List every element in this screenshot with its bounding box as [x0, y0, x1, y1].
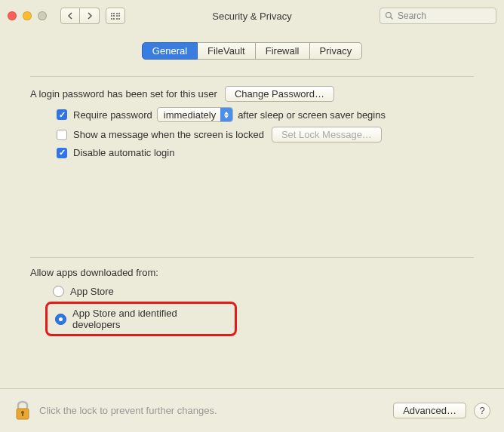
highlight-box: App Store and identified developers	[45, 302, 237, 336]
radio-identified-row: App Store and identified developers	[55, 308, 227, 330]
nav-arrows	[60, 8, 100, 24]
disable-autologin-row: Disable automatic login	[57, 147, 474, 158]
require-password-row: Require password immediately after sleep…	[57, 107, 474, 122]
disable-autologin-checkbox[interactable]	[57, 148, 67, 158]
download-section: Allow apps downloaded from: App Store Ap…	[0, 257, 504, 336]
disable-autologin-label: Disable automatic login	[73, 147, 174, 158]
show-message-checkbox[interactable]	[57, 130, 67, 140]
require-timing-select[interactable]: immediately	[157, 107, 233, 122]
titlebar: Security & Privacy	[0, 0, 504, 32]
svg-line-1	[391, 17, 393, 20]
tab-general[interactable]: General	[142, 42, 198, 60]
tab-privacy[interactable]: Privacy	[310, 42, 363, 60]
lock-icon[interactable]	[14, 400, 32, 422]
require-password-label: Require password	[73, 109, 152, 121]
grid-icon	[111, 13, 121, 20]
show-message-label: Show a message when the screen is locked	[73, 129, 264, 140]
show-message-row: Show a message when the screen is locked…	[57, 127, 474, 142]
radio-identified[interactable]	[55, 314, 66, 325]
divider	[30, 76, 474, 77]
radio-appstore-row: App Store	[53, 286, 474, 297]
radio-appstore[interactable]	[53, 286, 64, 297]
tab-group: General FileVault Firewall Privacy	[0, 42, 504, 60]
select-arrows-icon	[220, 107, 232, 122]
back-button[interactable]	[60, 8, 80, 24]
lock-text: Click the lock to prevent further change…	[39, 405, 217, 416]
general-pane: A login password has been set for this u…	[0, 60, 504, 170]
require-timing-value: immediately	[164, 109, 216, 121]
search-input[interactable]	[398, 11, 491, 21]
help-button[interactable]: ?	[474, 403, 490, 419]
download-heading: Allow apps downloaded from:	[30, 267, 474, 278]
set-lock-message-button: Set Lock Message…	[272, 127, 382, 142]
divider	[30, 257, 474, 258]
search-field-wrap[interactable]	[380, 8, 496, 24]
chevron-left-icon	[67, 12, 73, 20]
advanced-button[interactable]: Advanced…	[393, 403, 466, 418]
chevron-right-icon	[87, 12, 93, 20]
change-password-button[interactable]: Change Password…	[225, 86, 334, 102]
radio-appstore-label: App Store	[70, 286, 114, 297]
footer: Click the lock to prevent further change…	[0, 388, 504, 432]
close-window-button[interactable]	[8, 11, 17, 20]
minimize-window-button[interactable]	[23, 11, 32, 20]
require-password-checkbox[interactable]	[57, 109, 67, 120]
require-after-text: after sleep or screen saver begins	[238, 109, 386, 121]
show-all-button[interactable]	[106, 8, 125, 24]
lock-area: Click the lock to prevent further change…	[14, 400, 217, 422]
svg-point-0	[386, 13, 392, 18]
tab-firewall[interactable]: Firewall	[256, 42, 310, 60]
svg-rect-4	[22, 413, 23, 416]
window-title: Security & Privacy	[212, 11, 291, 22]
login-password-text: A login password has been set for this u…	[30, 88, 217, 100]
radio-identified-label: App Store and identified developers	[72, 308, 227, 330]
forward-button[interactable]	[80, 8, 100, 24]
footer-right: Advanced… ?	[393, 403, 490, 419]
login-password-row: A login password has been set for this u…	[30, 86, 474, 102]
search-icon	[385, 11, 394, 20]
zoom-window-button	[38, 11, 47, 20]
window-controls	[8, 11, 47, 20]
tab-filevault[interactable]: FileVault	[198, 42, 256, 60]
